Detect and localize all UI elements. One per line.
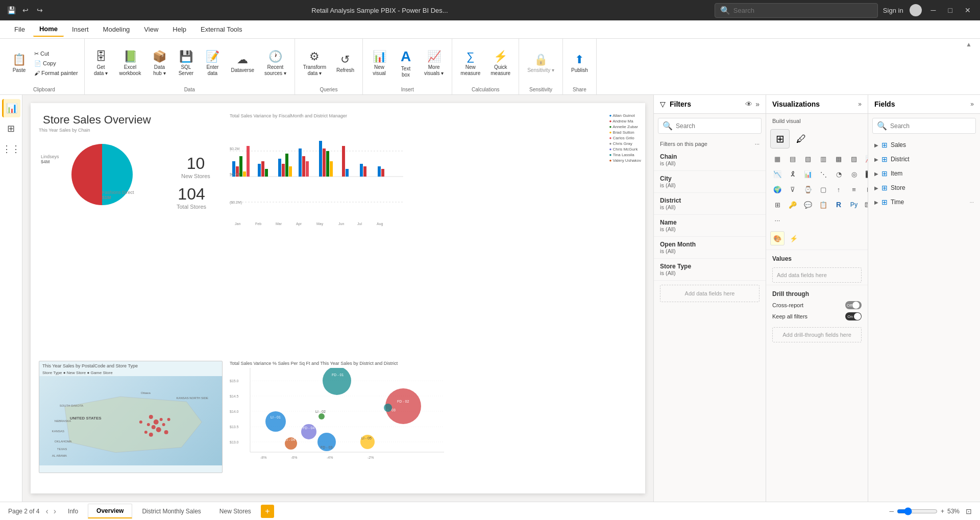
filters-search-input[interactable]	[676, 122, 757, 130]
viz-gauge[interactable]: ⌚	[801, 182, 815, 196]
publish-button[interactable]: ⬆ Publish	[567, 51, 592, 76]
filters-eye-icon[interactable]: 👁	[745, 100, 752, 108]
zoom-in-icon[interactable]: +	[941, 508, 944, 515]
fields-expand-icon[interactable]: »	[970, 101, 974, 108]
viz-analytics-icon[interactable]: ⚡	[787, 231, 801, 245]
fit-page-icon[interactable]: ⊡	[966, 507, 972, 515]
viz-slicer[interactable]: ≡	[847, 182, 861, 196]
sql-server-button[interactable]: 💾 SQLServer	[174, 48, 198, 79]
sidebar-report-icon[interactable]: 📊	[2, 99, 20, 117]
zoom-slider[interactable]	[897, 507, 938, 515]
viz-table2[interactable]: 📋	[816, 197, 830, 212]
viz-100-stacked-bar[interactable]: ▧	[801, 152, 815, 166]
viz-stacked-bar[interactable]: ▦	[770, 152, 785, 166]
text-box-button[interactable]: A Textbox	[394, 46, 418, 80]
tab-next-icon[interactable]: ›	[52, 507, 58, 516]
field-group-sales[interactable]: ▶ ⊞ Sales	[868, 138, 980, 152]
viz-waterfall[interactable]: 📊	[801, 167, 815, 181]
viz-matrix[interactable]: ⊠	[862, 182, 868, 196]
filters-search-box[interactable]: 🔍	[658, 118, 762, 134]
maximize-button[interactable]: □	[945, 6, 955, 14]
keep-filters-toggle[interactable]: On	[845, 312, 862, 320]
viz-values-placeholder[interactable]: Add data fields here	[772, 267, 862, 283]
viz-qa[interactable]: 💬	[801, 197, 815, 212]
viz-pie-chart[interactable]: ◔	[831, 167, 846, 181]
viz-paint-icon[interactable]: 🎨	[770, 231, 785, 245]
field-group-store[interactable]: ▶ ⊞ Store	[868, 181, 980, 195]
new-measure-button[interactable]: ∑ Newmeasure	[456, 48, 484, 79]
filter-city[interactable]: City is (All)	[654, 171, 766, 193]
field-group-time[interactable]: ▶ ⊞ Time ···	[868, 195, 980, 209]
minimize-button[interactable]: ─	[928, 6, 939, 14]
menu-home[interactable]: Home	[33, 22, 64, 37]
viz-stacked-bar-h[interactable]: ▥	[816, 152, 830, 166]
viz-line-clustered[interactable]: 📉	[770, 167, 785, 181]
tab-info[interactable]: Info	[59, 504, 87, 518]
viz-funnel[interactable]: ⊽	[786, 182, 800, 196]
tab-district-monthly-sales[interactable]: District Monthly Sales	[133, 504, 209, 518]
dataverse-button[interactable]: ☁ Dataverse	[227, 51, 258, 76]
more-visuals-button[interactable]: 📈 Morevisuals ▾	[420, 48, 448, 79]
titlebar-search-box[interactable]: 🔍	[715, 3, 878, 18]
enter-data-button[interactable]: 📝 Enterdata	[200, 48, 225, 79]
menu-external-tools[interactable]: External Tools	[194, 22, 248, 36]
viz-r-visual[interactable]: R	[831, 197, 846, 212]
viz-100-stacked-bar-h[interactable]: ▨	[847, 152, 861, 166]
titlebar-search-input[interactable]	[733, 7, 866, 14]
viz-ribbon-chart[interactable]: 🎗	[786, 167, 800, 181]
viz-more[interactable]: ···	[770, 213, 785, 227]
viz-key-influencers[interactable]: 🔑	[786, 197, 800, 212]
viz-filled-map[interactable]: 🌍	[770, 182, 785, 196]
menu-insert[interactable]: Insert	[66, 22, 95, 36]
menu-file[interactable]: File	[8, 22, 31, 36]
viz-clustered-bar[interactable]: ▤	[786, 152, 800, 166]
avatar[interactable]	[910, 4, 922, 16]
filters-add-placeholder[interactable]: Add data fields here	[660, 285, 760, 302]
field-group-district[interactable]: ▶ ⊞ District	[868, 152, 980, 166]
sidebar-data-icon[interactable]: ⊞	[2, 119, 20, 138]
viz-donut-chart[interactable]: ◎	[847, 167, 861, 181]
undo-icon[interactable]: ↩	[20, 5, 31, 15]
fields-search-box[interactable]: 🔍	[872, 118, 976, 134]
zoom-out-icon[interactable]: ─	[889, 508, 894, 515]
viz-kpi[interactable]: ↑	[831, 182, 846, 196]
recent-sources-button[interactable]: 🕐 Recentsources ▾	[260, 48, 290, 79]
cross-report-toggle[interactable]: Off	[845, 301, 862, 309]
fields-search-input[interactable]	[890, 122, 971, 130]
filter-name[interactable]: Name is (All)	[654, 215, 766, 237]
filter-chain[interactable]: Chain is (All)	[654, 149, 766, 171]
viz-treemap[interactable]: ⬛	[862, 167, 868, 181]
add-tab-button[interactable]: +	[261, 505, 274, 518]
filter-store-type[interactable]: Store Type is (All)	[654, 259, 766, 281]
viz-decomp-tree[interactable]: ⊞	[770, 197, 785, 212]
viz-card[interactable]: ▢	[816, 182, 830, 196]
filters-more-icon[interactable]: ···	[755, 141, 760, 147]
field-group-item[interactable]: ▶ ⊞ Item	[868, 166, 980, 181]
get-data-button[interactable]: 🗄 Getdata ▾	[89, 48, 113, 79]
new-visual-button[interactable]: 📊 Newvisual	[367, 48, 391, 79]
tab-prev-icon[interactable]: ‹	[43, 507, 50, 516]
viz-table-icon[interactable]: ⊞	[770, 129, 790, 148]
viz-scatter[interactable]: ⋱	[816, 167, 830, 181]
data-hub-button[interactable]: 📦 Datahub ▾	[147, 48, 172, 79]
refresh-button[interactable]: ↺ Refresh	[332, 51, 358, 76]
viz-python[interactable]: Py	[847, 197, 861, 212]
filter-district[interactable]: District is (All)	[654, 193, 766, 215]
viz-format-icon[interactable]: 🖊	[792, 129, 811, 148]
ribbon-collapse-icon[interactable]: ▲	[966, 41, 972, 48]
more-fields-icon[interactable]: ···	[970, 200, 974, 205]
quick-measure-button[interactable]: ⚡ Quickmeasure	[486, 48, 514, 79]
cut-button[interactable]: ✂ Cut	[32, 49, 80, 58]
menu-help[interactable]: Help	[166, 22, 192, 36]
tab-overview[interactable]: Overview	[88, 504, 132, 518]
close-button[interactable]: ✕	[962, 6, 974, 14]
viz-drill-placeholder[interactable]: Add drill-through fields here	[772, 327, 862, 342]
filter-open-month[interactable]: Open Month is (All)	[654, 237, 766, 259]
sign-in-label[interactable]: Sign in	[883, 7, 903, 14]
save-icon[interactable]: 💾	[6, 5, 16, 15]
tab-new-stores[interactable]: New Stores	[211, 504, 260, 518]
sidebar-model-icon[interactable]: ⋮⋮	[2, 140, 20, 158]
format-painter-button[interactable]: 🖌 Format painter	[32, 69, 80, 77]
filters-expand-icon[interactable]: »	[755, 100, 760, 108]
redo-icon[interactable]: ↪	[35, 5, 45, 15]
